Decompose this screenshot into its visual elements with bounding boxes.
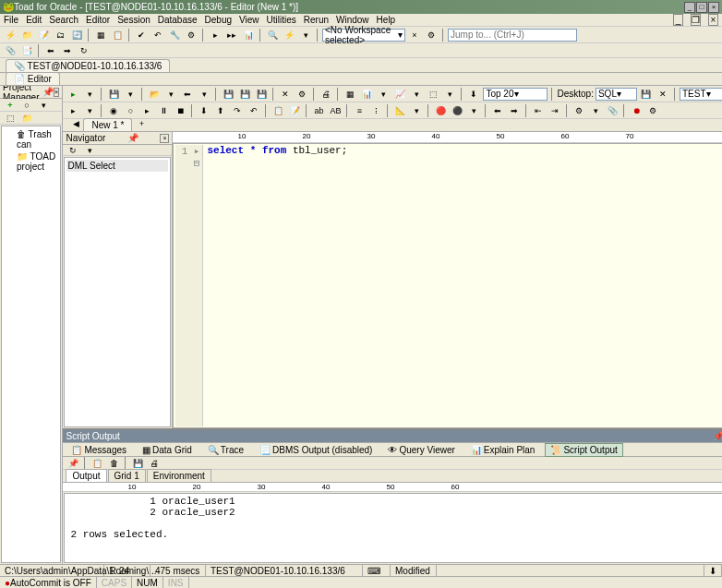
nav-item-dml-select[interactable]: DML Select [66,160,168,172]
restore-child-button[interactable]: ❐ [691,14,701,26]
menu-search[interactable]: Search [49,15,78,25]
open-folder-icon[interactable]: 📂 [147,87,162,102]
desktop-combo[interactable]: SQL ▾ [596,88,637,101]
et2-3-icon[interactable]: ◉ [106,103,121,118]
print-icon[interactable]: 🖨 [319,87,333,102]
indent-icon[interactable]: ⇤ [531,103,546,118]
et2-22-icon[interactable]: ▾ [466,103,481,118]
et2-icon[interactable]: 📊 [359,87,374,102]
output-tab-queryviewer[interactable]: 👁 Query Viewer [382,443,460,457]
disk-all-icon[interactable]: 💾 [254,87,269,102]
tb2-icon-5[interactable]: ↻ [77,43,91,58]
close-child-button[interactable]: × [708,14,718,26]
et4-icon[interactable]: 📈 [392,87,407,102]
menu-edit[interactable]: Edit [26,15,42,25]
sql-editor[interactable]: 1 ▸ ⊟ select * from tbl_user; [173,143,722,428]
menu-view[interactable]: View [239,15,259,25]
et2-25-icon[interactable]: ⚙ [572,103,586,118]
et2-19-icon[interactable]: ▾ [409,103,424,118]
et2-24-icon[interactable]: ➡ [507,103,522,118]
et2-14-icon[interactable]: ab [311,103,326,118]
tree-item-trashcan[interactable]: 🗑 Trash can [4,128,58,150]
menu-session[interactable]: Session [117,15,150,25]
et2-26-icon[interactable]: ▾ [588,103,603,118]
et2-9-icon[interactable]: ⬆ [213,103,228,118]
execute-script-icon[interactable]: ▸▸ [224,28,239,42]
subtab-output[interactable]: Output [66,469,106,482]
save-dd-icon[interactable]: ▾ [123,87,138,102]
save-icon[interactable]: 💾 [106,87,121,102]
et2-13-icon[interactable]: 📝 [287,103,302,118]
nav-pin-icon[interactable]: 📌 [127,133,138,143]
schema-icon[interactable]: 🗂 [53,28,67,42]
nav-icon[interactable]: ⬅ [180,87,195,102]
more-icon[interactable]: ▾ [298,28,313,42]
rollback-icon[interactable]: ↶ [150,28,165,42]
window-list-icon[interactable]: ▦ [93,28,108,42]
new-tab-icon[interactable]: + [134,116,149,131]
et2-12-icon[interactable]: 📋 [271,103,285,118]
connection-tab[interactable]: 📎 TEST@NODE01-10.10.16.133/6 [6,59,170,72]
output-tab-datagrid[interactable]: ▦ Data Grid [137,443,198,457]
top-combo[interactable]: Top 20 ▾ [483,88,548,101]
output-tab-trace[interactable]: 🔍 Trace [202,443,249,457]
subtab-grid1[interactable]: Grid 1 [108,469,146,482]
desk-save-icon[interactable]: 💾 [639,87,654,102]
automation-icon[interactable]: ⚡ [282,28,296,42]
nav-down-icon[interactable]: ▾ [82,143,97,158]
et1-icon[interactable]: ▦ [343,87,357,102]
workspace-action-icon[interactable]: × [407,28,422,42]
et2-17-icon[interactable]: ⫶ [368,103,383,118]
minimize-child-button[interactable]: _ [673,14,683,26]
exec-icon[interactable]: ▸ [66,87,80,102]
output-tab-script[interactable]: 📜 Script Output [545,443,622,457]
outdent-icon[interactable]: ⇥ [548,103,562,118]
editor-icon[interactable]: 📝 [36,28,51,42]
open-icon[interactable]: 📁 [19,28,34,42]
tree-item-toad-project[interactable]: 📁 TOAD project [4,150,58,173]
subtab-environment[interactable]: Environment [147,469,211,482]
pin-icon[interactable]: 📌 [42,87,54,97]
nav-dd-icon[interactable]: ▾ [197,87,211,102]
tb2-icon-2[interactable]: 📑 [19,43,34,58]
pm-filter-icon[interactable]: ⬚ [3,111,18,126]
search-icon[interactable]: 🔍 [265,28,280,42]
pm-folder-icon[interactable]: 📁 [19,111,34,126]
pm-close-button[interactable]: × [54,88,60,97]
menu-window[interactable]: Window [336,15,369,25]
maximize-button[interactable]: □ [696,2,707,13]
menu-help[interactable]: Help [377,15,396,25]
et2-2-icon[interactable]: ▾ [82,103,97,118]
commit-icon[interactable]: ✔ [134,28,149,42]
ws-config-icon[interactable]: ⚙ [424,28,439,42]
tb2-icon-3[interactable]: ⬅ [43,43,58,58]
file-tab-new1[interactable]: New 1 * [83,118,132,131]
jump-input[interactable] [448,29,577,42]
et5-icon[interactable]: ▾ [409,87,424,102]
output-tab-dbms[interactable]: 📃 DBMS Output (disabled) [254,443,378,457]
status-download-icon[interactable]: ⬇ [704,565,722,576]
menu-database[interactable]: Database [158,15,198,25]
stop-icon[interactable]: ⏺ [629,103,644,118]
et2-21-icon[interactable]: ⚫ [450,103,464,118]
menu-editor[interactable]: Editor [86,15,110,25]
menu-utilities[interactable]: Utilities [267,15,296,25]
output-tab-explain[interactable]: 📊 Explain Plan [465,443,541,457]
et2-10-icon[interactable]: ↷ [230,103,245,118]
new-connection-icon[interactable]: ⚡ [3,28,18,42]
fetch-icon[interactable]: ⬇ [466,87,481,102]
output-body[interactable]: 1 oracle_user1 2 oracle_user2 2 rows sel… [64,493,722,563]
toggle-icon[interactable]: ⚙ [184,28,199,42]
session-icon[interactable]: 📋 [110,28,125,42]
et2-20-icon[interactable]: 🔴 [433,103,448,118]
et2-7-icon[interactable]: ⏹ [173,103,187,118]
editor-code[interactable]: select * from tbl_user; [203,145,722,426]
pm-config-icon[interactable]: ▾ [36,98,51,113]
prev-tab-icon[interactable]: ◀ [68,116,83,131]
exec-dd-icon[interactable]: ▾ [82,87,97,102]
sql-icon[interactable]: 📊 [241,28,256,42]
tb2-icon-4[interactable]: ➡ [60,43,75,58]
tb2-icon-1[interactable]: 📎 [3,43,18,58]
minimize-button[interactable]: _ [684,2,695,13]
execute-icon[interactable]: ▸ [208,28,223,42]
